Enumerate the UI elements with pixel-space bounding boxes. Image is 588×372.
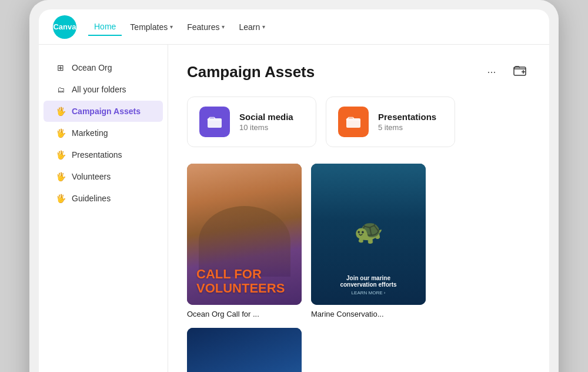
sidebar-all-folders-label: All your folders: [72, 85, 126, 94]
marine-desc: Join our marineconvervation efforts: [320, 275, 416, 288]
design-card-img-beach: OCEANORG 🐬 ANNUALBEACHCLEAN UP Register …: [187, 328, 302, 372]
folder-cards: Social media 10 items: [187, 97, 530, 147]
presentations-info: Presentations 5 items: [378, 112, 436, 132]
nav-home[interactable]: Home: [88, 18, 122, 36]
app-window: Canva Home Templates ▾ Features ▾ Learn …: [39, 9, 549, 372]
hand-icon-campaign: [55, 106, 66, 117]
hand-icon-marketing: [55, 128, 66, 138]
new-folder-button[interactable]: [509, 61, 530, 82]
more-options-button[interactable]: ···: [481, 61, 502, 82]
design-card-img-volunteers: OCEAN ORG CALL FORVOLUNTEERS: [187, 164, 302, 305]
nav-home-label: Home: [94, 22, 116, 31]
org-icon: [55, 62, 66, 73]
content-header: Campaign Assets ···: [187, 61, 530, 82]
new-folder-icon: [513, 64, 526, 80]
sidebar: Ocean Org All your folders Campaign Asse…: [39, 45, 168, 372]
sidebar-volunteers-label: Volunteers: [72, 172, 111, 181]
sidebar-item-guidelines[interactable]: Guidelines: [44, 188, 163, 209]
sidebar-item-presentations[interactable]: Presentations: [44, 144, 163, 165]
nav-learn-label: Learn: [239, 22, 260, 32]
nav-features-label: Features: [187, 22, 219, 32]
more-icon: ···: [487, 66, 496, 78]
sidebar-ocean-org-label: Ocean Org: [72, 63, 112, 72]
sidebar-presentations-label: Presentations: [72, 150, 122, 160]
nav-features[interactable]: Features ▾: [181, 19, 230, 35]
features-chevron-icon: ▾: [222, 24, 225, 30]
sidebar-guidelines-label: Guidelines: [72, 194, 111, 203]
presentations-folder-icon: [338, 107, 369, 137]
volunteers-label: Ocean Org Call for ...: [187, 310, 302, 318]
learn-chevron-icon: ▾: [262, 24, 265, 30]
folder-icon: [55, 84, 66, 95]
design-card-marine[interactable]: OCEAN ORG 🐢 Join our marineconvervation …: [311, 164, 426, 318]
folder-card-presentations[interactable]: Presentations 5 items: [326, 97, 455, 147]
nav-items: Home Templates ▾ Features ▾ Learn ▾: [88, 18, 535, 36]
volunteers-headline: CALL FORVOLUNTEERS: [196, 267, 292, 295]
folder-card-social-media[interactable]: Social media 10 items: [187, 97, 316, 147]
sidebar-item-all-folders[interactable]: All your folders: [44, 79, 163, 100]
social-media-name: Social media: [239, 112, 293, 122]
sidebar-campaign-assets-label: Campaign Assets: [72, 107, 141, 116]
hand-icon-volunteers: [55, 171, 66, 182]
hand-icon-presentations: [55, 150, 66, 160]
main-content: Ocean Org All your folders Campaign Asse…: [39, 45, 549, 372]
design-card-img-marine: OCEAN ORG 🐢 Join our marineconvervation …: [311, 164, 426, 305]
nav-templates[interactable]: Templates ▾: [124, 19, 179, 35]
sidebar-item-campaign-assets[interactable]: Campaign Assets: [44, 101, 163, 122]
content-area: Campaign Assets ···: [168, 45, 549, 372]
turtle-icon: 🐢: [354, 218, 383, 245]
navbar: Canva Home Templates ▾ Features ▾ Learn …: [39, 9, 549, 45]
social-media-folder-icon: [199, 107, 230, 137]
page-title: Campaign Assets: [187, 63, 315, 81]
presentations-count: 5 items: [378, 123, 436, 132]
nav-learn[interactable]: Learn ▾: [233, 19, 271, 35]
canva-logo[interactable]: Canva: [53, 15, 76, 39]
design-card-volunteers[interactable]: OCEAN ORG CALL FORVOLUNTEERS Ocean Org C: [187, 164, 302, 318]
sidebar-item-ocean-org[interactable]: Ocean Org: [44, 57, 163, 78]
hand-icon-guidelines: [55, 193, 66, 204]
device-frame: Canva Home Templates ▾ Features ▾ Learn …: [29, 0, 559, 372]
marine-label: Marine Conservatio...: [311, 310, 426, 318]
social-media-count: 10 items: [239, 123, 293, 132]
marine-sub: LEARN MORE ›: [320, 290, 416, 295]
templates-chevron-icon: ▾: [170, 24, 173, 30]
sidebar-item-marketing[interactable]: Marketing: [44, 122, 163, 144]
design-card-beach[interactable]: OCEANORG 🐬 ANNUALBEACHCLEAN UP Register …: [187, 328, 302, 372]
nav-templates-label: Templates: [130, 22, 168, 32]
presentations-name: Presentations: [378, 112, 436, 122]
header-actions: ···: [481, 61, 530, 82]
design-cards: OCEAN ORG CALL FORVOLUNTEERS Ocean Org C: [187, 164, 530, 372]
sidebar-marketing-label: Marketing: [72, 128, 108, 138]
sidebar-item-volunteers[interactable]: Volunteers: [44, 166, 163, 187]
svg-rect-0: [514, 67, 526, 75]
social-media-info: Social media 10 items: [239, 112, 293, 132]
